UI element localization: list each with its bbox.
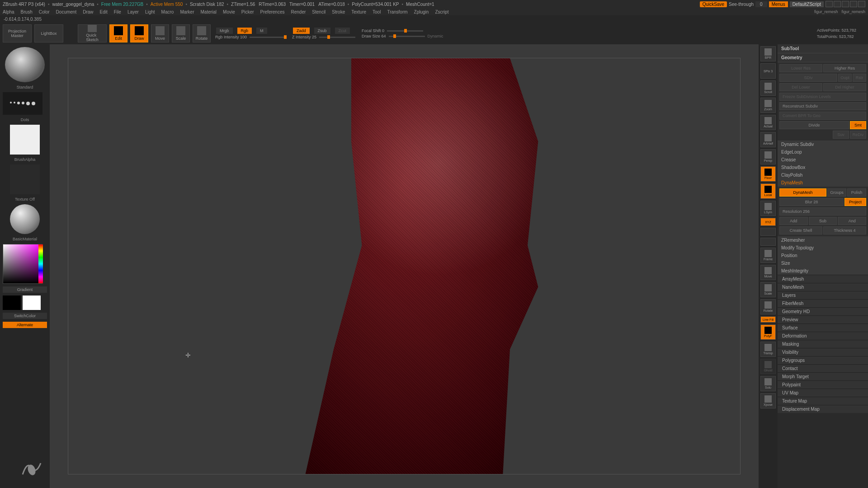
default-zscript-button[interactable]: DefaultZScript [790, 1, 824, 7]
z-intensity-slider[interactable] [319, 37, 355, 38]
maximize-icon[interactable] [850, 1, 857, 7]
texture-preview[interactable] [10, 164, 40, 194]
hue-strip[interactable] [38, 244, 43, 283]
menu-macro[interactable]: Macro [161, 9, 174, 14]
del-higher-button[interactable]: Del Higher [823, 83, 866, 91]
divide-button[interactable]: Divide [779, 121, 849, 129]
menu-zplugin[interactable]: Zplugin [414, 9, 429, 14]
scroll-button[interactable]: Scroll [760, 80, 776, 96]
canvas[interactable]: ✛ [50, 44, 759, 488]
size-header[interactable]: Size [778, 259, 868, 267]
primary-color-swatch[interactable] [23, 296, 41, 310]
zcut-chip[interactable]: Zcut [335, 28, 350, 34]
focal-shift-slider[interactable] [387, 30, 423, 32]
rgb-intensity-slider[interactable] [250, 37, 286, 38]
aahalf-button[interactable]: AAHalf [760, 132, 776, 147]
polish-button[interactable]: Polish [847, 188, 866, 197]
menu-marker[interactable]: Marker [180, 9, 194, 14]
rgb-chip[interactable]: Rgb [237, 28, 252, 34]
create-shell-button[interactable]: Create Shell [779, 226, 822, 235]
draw-size-slider[interactable] [389, 36, 425, 37]
rediv-button[interactable]: ReDiv [850, 131, 866, 139]
home-icon[interactable] [826, 1, 833, 7]
rotate-nav-button[interactable]: Rotate [760, 299, 776, 314]
material-preview[interactable] [10, 204, 40, 234]
move-button[interactable]: Move [151, 24, 169, 42]
gradient-button[interactable]: Gradient [3, 286, 47, 293]
section-visibility[interactable]: Visibility [778, 348, 868, 356]
convert-bpr-button[interactable]: Convert BPR To Geo [779, 112, 866, 120]
menu-light[interactable]: Light [145, 9, 155, 14]
section-masking[interactable]: Masking [778, 340, 868, 348]
lsym-button[interactable]: LSym [760, 201, 776, 216]
bpr-button[interactable]: BPR [760, 46, 776, 61]
breadcrumb-item[interactable]: figur_remesh [814, 9, 838, 14]
dynamesh-header[interactable]: DynaMesh [778, 179, 868, 187]
color-picker[interactable] [3, 244, 42, 284]
section-polypaint[interactable]: Polypaint [778, 380, 868, 389]
zremesher-header[interactable]: ZRemesher [778, 236, 868, 244]
section-nanomesh[interactable]: NanoMesh [778, 283, 868, 291]
m-chip[interactable]: M [256, 28, 267, 34]
dynamic-label[interactable]: Dynamic [428, 34, 443, 38]
draw-button[interactable]: Draw [130, 24, 148, 42]
edgeloop-header[interactable]: EdgeLoop [778, 148, 868, 156]
section-texturemap[interactable]: Texture Map [778, 397, 868, 405]
section-contact[interactable]: Contact [778, 364, 868, 372]
freeze-subdiv-button[interactable]: Freeze SubDivision Levels [779, 93, 866, 101]
menu-alpha[interactable]: Alpha [3, 9, 14, 14]
blur-slider[interactable]: Blur 28 [779, 198, 844, 206]
menu-movie[interactable]: Movie [223, 9, 235, 14]
floor-button[interactable]: Floor [760, 166, 776, 182]
menu-document[interactable]: Document [56, 9, 77, 14]
sdiv-slider[interactable]: SDiv [779, 74, 837, 82]
rotate-button[interactable]: Rotate [193, 24, 211, 42]
secondary-color-swatch[interactable] [3, 296, 21, 310]
xyz-button[interactable]: XYZ [760, 218, 776, 226]
menu-edit[interactable]: Edit [100, 9, 108, 14]
higher-res-button[interactable]: Higher Res [823, 64, 866, 72]
position-header[interactable]: Position [778, 252, 868, 259]
and-button[interactable]: And [838, 217, 866, 225]
menu-brush[interactable]: Brush [21, 9, 33, 14]
brush-preview[interactable] [5, 47, 45, 82]
oopt-button[interactable]: Oopt [838, 74, 852, 82]
menu-color[interactable]: Color [39, 9, 50, 14]
ghost-button[interactable]: Ghost [760, 359, 776, 374]
section-geometryhd[interactable]: Geometry HD [778, 307, 868, 315]
section-arraymesh[interactable]: ArrayMesh [778, 275, 868, 283]
section-layers[interactable]: Layers [778, 291, 868, 299]
persp-button[interactable]: Persp [760, 149, 776, 164]
zsub-chip[interactable]: Zsub [314, 28, 330, 34]
claypolish-header[interactable]: ClayPolish [778, 171, 868, 179]
zadd-chip[interactable]: Zadd [293, 28, 310, 34]
geometry-header[interactable]: Geometry [778, 53, 868, 62]
menu-transform[interactable]: Transform [387, 9, 407, 14]
linefill-button[interactable]: Line Fill [760, 316, 776, 323]
edit-button[interactable]: Edit [109, 24, 127, 42]
mrgb-chip[interactable]: Mrgb [216, 28, 233, 34]
section-polygroups[interactable]: Polygroups [778, 356, 868, 364]
quicksketch-button[interactable]: Quick Sketch [78, 24, 107, 42]
thickness-slider[interactable]: Thickness 4 [823, 226, 866, 235]
menu-preferences[interactable]: Preferences [260, 9, 285, 14]
meshintegrity-header[interactable]: MeshIntegrity [778, 267, 868, 275]
breadcrumb-item[interactable]: figur_remesh [841, 9, 865, 14]
smt-button[interactable]: Smt [850, 121, 866, 129]
section-surface[interactable]: Surface [778, 324, 868, 332]
solo-button[interactable]: Solo [760, 376, 776, 391]
local-button[interactable]: Local [760, 183, 776, 199]
modify-topology-header[interactable]: Modify Topology [778, 244, 868, 252]
scale-nav-button[interactable]: Scale [760, 282, 776, 297]
transp-button[interactable]: Transp [760, 342, 776, 357]
dynamic-subdiv-header[interactable]: Dynamic Subdiv [778, 141, 868, 148]
section-uvmap[interactable]: UV Map [778, 389, 868, 397]
nav-button-2[interactable] [760, 238, 776, 246]
suv-button[interactable]: Suv [833, 131, 849, 139]
help-icon[interactable] [834, 1, 841, 7]
menu-zscript[interactable]: Zscript [435, 9, 448, 14]
del-lower-button[interactable]: Del Lower [779, 83, 822, 91]
crease-header[interactable]: Crease [778, 156, 868, 164]
section-displacementmap[interactable]: Displacement Map [778, 405, 868, 413]
dynamesh-button[interactable]: DynaMesh [779, 188, 826, 197]
